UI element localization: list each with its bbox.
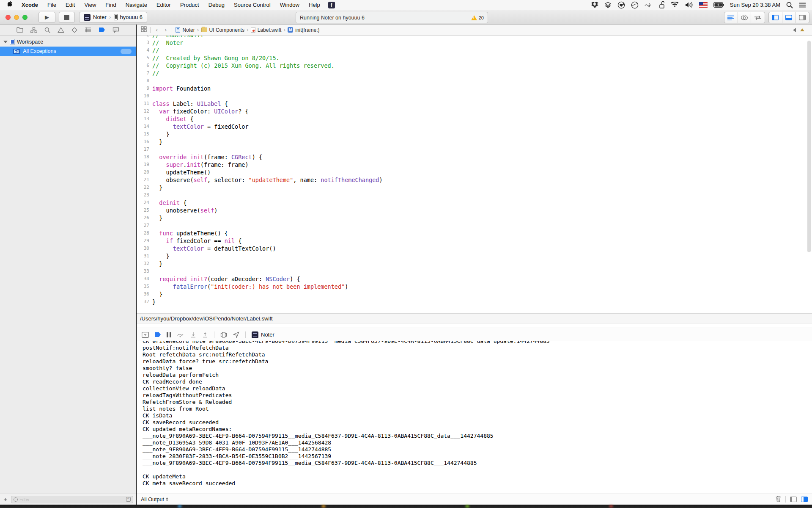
stop-button[interactable] [59, 12, 75, 23]
notification-center-icon[interactable] [799, 2, 806, 8]
line-number[interactable]: 24 [137, 199, 152, 207]
hide-debug-area-icon[interactable] [142, 332, 149, 338]
spotlight-search-icon[interactable] [786, 2, 793, 8]
next-issue-icon[interactable] [800, 28, 804, 31]
menu-item-source-control[interactable]: Source Control [229, 0, 275, 10]
line-number[interactable]: 26 [137, 214, 152, 222]
clear-console-icon[interactable] [776, 496, 781, 503]
line-number[interactable]: 34 [137, 275, 152, 283]
pause-execution-icon[interactable] [167, 332, 171, 337]
line-number[interactable]: 31 [137, 252, 152, 260]
line-number[interactable]: 17 [137, 146, 152, 153]
breadcrumb-file[interactable]: Label.swift [258, 27, 282, 33]
history-forward-button[interactable]: › [163, 27, 168, 33]
line-number[interactable]: 4 [137, 47, 152, 54]
heart-circle-icon[interactable] [617, 1, 625, 9]
standard-editor-button[interactable] [724, 12, 738, 23]
menu-item-window[interactable]: Window [275, 0, 304, 10]
line-number[interactable]: 11 [137, 100, 152, 108]
toggle-navigator-button[interactable] [769, 12, 782, 23]
run-button[interactable]: ▶ [38, 12, 55, 23]
breakpoint-navigator-icon[interactable] [99, 27, 105, 33]
assistant-editor-button[interactable] [738, 12, 752, 23]
line-number[interactable]: 32 [137, 260, 152, 268]
line-number[interactable]: 37 [137, 298, 152, 306]
facebook-menu-icon[interactable]: f [328, 2, 335, 8]
report-navigator-icon[interactable] [112, 27, 119, 33]
step-over-icon[interactable] [177, 332, 184, 337]
related-items-icon[interactable] [141, 26, 147, 33]
line-number[interactable]: 18 [137, 153, 152, 161]
line-number[interactable]: 16 [137, 138, 152, 146]
debug-console[interactable]: CK writeRecord note_9F890A69-3BEC-4EF9-B… [137, 341, 812, 494]
view-debugger-icon[interactable] [220, 332, 227, 338]
volume-icon[interactable] [685, 2, 693, 8]
line-number[interactable]: 12 [137, 108, 152, 115]
workspace-tree-item[interactable]: Workspace [0, 37, 136, 47]
line-number[interactable]: 25 [137, 207, 152, 214]
all-exceptions-breakpoint-row[interactable]: Ex All Exceptions [0, 47, 136, 56]
flag-icon[interactable] [699, 2, 708, 8]
layers-icon[interactable] [604, 2, 612, 8]
issue-navigator-icon[interactable] [58, 27, 64, 33]
menu-item-product[interactable]: Product [176, 0, 204, 10]
line-number[interactable]: 13 [137, 115, 152, 123]
symbol-navigator-icon[interactable] [30, 27, 37, 33]
previous-issue-icon[interactable] [793, 28, 796, 32]
project-navigator-icon[interactable] [16, 27, 23, 33]
menu-item-editor[interactable]: Editor [152, 0, 176, 10]
line-number[interactable]: 28 [137, 229, 152, 237]
debug-process-chooser[interactable]: Noter [252, 331, 274, 338]
warning-summary[interactable]: 20 [471, 15, 484, 20]
line-number[interactable]: 5 [137, 54, 152, 62]
find-navigator-icon[interactable] [44, 27, 50, 33]
toggle-debug-area-button[interactable] [782, 12, 796, 23]
line-number[interactable]: 29 [137, 237, 152, 245]
editor-scrollbar[interactable] [807, 41, 811, 252]
line-number[interactable]: 35 [137, 283, 152, 290]
line-number[interactable]: 14 [137, 123, 152, 130]
line-number[interactable]: 8 [137, 77, 152, 85]
scheme-selector[interactable]: Noter › hyouuu 6 [79, 12, 147, 23]
lock-icon[interactable] [659, 1, 665, 8]
line-number[interactable]: 19 [137, 161, 152, 168]
output-scope-picker[interactable]: All Output [141, 497, 168, 502]
menu-item-view[interactable]: View [80, 0, 101, 10]
line-number[interactable]: 15 [137, 130, 152, 138]
source-editor[interactable]: 2// Label.swift3// Noter4//5// Created b… [137, 36, 812, 313]
menu-item-xcode[interactable]: Xcode [17, 0, 43, 10]
dropbox-icon[interactable] [591, 2, 598, 8]
menu-item-file[interactable]: File [43, 0, 61, 10]
test-navigator-icon[interactable] [71, 27, 77, 33]
line-number[interactable]: 3 [137, 39, 152, 47]
toggle-variables-view-icon[interactable] [790, 497, 797, 502]
disclosure-triangle-icon[interactable] [3, 41, 8, 43]
line-number[interactable]: 2 [137, 36, 152, 39]
menu-item-navigate[interactable]: Navigate [121, 0, 152, 10]
apple-icon[interactable] [4, 1, 17, 9]
line-number[interactable]: 21 [137, 176, 152, 184]
filter-options-icon[interactable] [126, 497, 131, 502]
wifi-icon[interactable] [671, 2, 679, 8]
flux-wave-icon[interactable] [645, 2, 653, 8]
line-number[interactable]: 20 [137, 168, 152, 176]
step-out-icon[interactable] [202, 332, 208, 338]
line-number[interactable]: 6 [137, 62, 152, 69]
line-number[interactable]: 30 [137, 245, 152, 252]
simulate-location-icon[interactable] [233, 331, 239, 338]
add-breakpoint-button[interactable]: + [3, 496, 8, 503]
breakpoints-toggle-icon[interactable] [155, 332, 161, 337]
debug-area-splitter[interactable] [137, 323, 812, 328]
line-number[interactable]: 9 [137, 85, 152, 92]
toggle-console-view-icon[interactable] [801, 497, 808, 502]
step-into-icon[interactable] [190, 332, 196, 338]
line-number[interactable]: 33 [137, 268, 152, 275]
line-number[interactable]: 22 [137, 184, 152, 191]
toggle-inspector-button[interactable] [796, 12, 809, 23]
menu-item-edit[interactable]: Edit [61, 0, 80, 10]
line-number[interactable]: 23 [137, 191, 152, 199]
zoom-window-button[interactable] [22, 15, 27, 20]
debug-navigator-icon[interactable] [85, 27, 91, 33]
filter-field[interactable]: Filter [11, 496, 133, 503]
menubar-clock[interactable]: Sun Sep 20 3:38 AM [730, 2, 780, 8]
